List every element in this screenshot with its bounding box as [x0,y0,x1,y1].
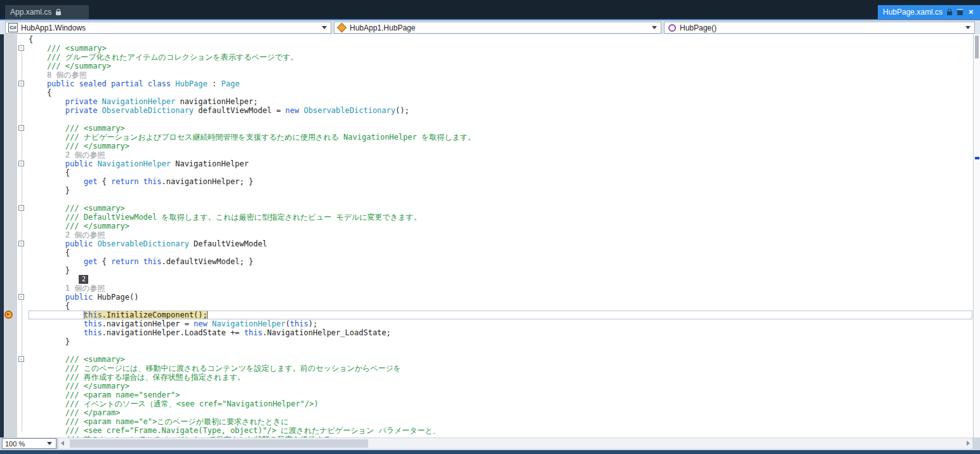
code-line[interactable]: public HubPage() [29,293,972,302]
horizontal-scrollbar[interactable] [58,438,972,449]
code-line[interactable]: { [29,35,972,44]
code-line[interactable]: /// </summary> [29,142,972,150]
chevron-down-icon[interactable] [965,26,970,29]
tab-strip: App.xaml.cs HubPage.xaml.cs × [0,0,980,19]
collapse-box-icon[interactable]: - [18,205,24,211]
code-line[interactable]: this.InitializeComponent(); [29,310,972,319]
code-line[interactable]: /// </summary> [29,222,972,230]
tab-label: App.xaml.cs [10,8,51,17]
code-line[interactable]: public sealed partial class HubPage : Pa… [29,79,972,88]
vertical-scrollbar-thumb[interactable] [975,36,979,58]
zoom-combo[interactable]: 100 % [2,438,56,449]
class-icon [337,23,347,33]
ime-badge: 2 [79,275,88,284]
code-line[interactable]: /// <summary> [29,355,972,364]
collapse-box-icon[interactable]: - [18,356,24,362]
code-line[interactable]: public ObservableDictionary DefaultViewM… [29,239,972,248]
collapse-box-icon[interactable]: - [18,294,24,300]
code-line[interactable]: /// <see cref="Frame.Navigate(Type, obje… [29,426,972,435]
code-line[interactable] [29,195,972,204]
code-lines[interactable]: { /// <summary> /// グループ化されたアイテムのコレクションを… [29,35,972,437]
tab-label: HubPage.xaml.cs [883,8,943,17]
code-line[interactable]: /// </param> [29,408,972,417]
current-statement-highlight: this.InitializeComponent(); [84,310,208,319]
code-line[interactable]: /// グループ化されたアイテムのコレクションを表示するページです。 [29,53,972,62]
code-line[interactable]: this.navigationHelper = new NavigationHe… [29,319,972,328]
collapse-box-icon[interactable]: - [18,81,24,86]
zoom-level-value: 100 % [5,440,25,448]
tab-app-xaml-cs[interactable]: App.xaml.cs [5,5,89,19]
lock-icon [56,11,61,15]
code-line[interactable]: /// </summary> [29,382,972,391]
code-line[interactable]: /// <summary> [29,44,972,53]
collapse-box-icon[interactable]: - [18,241,24,246]
code-line[interactable]: /// <param name="e">このページが最初に要求されたときに [29,417,972,426]
csharp-project-icon: C# [8,23,18,32]
code-line[interactable]: 1 個の参照 [29,284,972,293]
pin-icon[interactable] [957,9,963,15]
code-line[interactable]: /// <param name="sender"> [29,391,972,399]
code-line[interactable]: { [29,88,972,97]
scrollbar-caret-marker [975,157,979,159]
chevron-down-icon[interactable] [47,442,52,445]
code-line[interactable]: 2 個の参照 [29,150,972,159]
code-line[interactable]: public NavigationHelper NavigationHelper [29,159,972,168]
code-line[interactable]: get { return this.defaultViewModel; } [29,257,972,266]
code-line[interactable]: /// <summary> [29,204,972,213]
code-line[interactable]: /// 再作成する場合は、保存状態も指定されます。 [29,373,972,382]
collapse-box-icon[interactable]: - [18,161,24,166]
scroll-left-icon[interactable] [61,441,64,446]
type-combo[interactable]: HubApp1.HubPage [334,22,661,34]
collapse-box-icon[interactable]: - [18,45,24,51]
code-line[interactable] [29,346,972,355]
code-line[interactable]: get { return this.navigationHelper; } [29,177,972,186]
lock-icon [947,11,952,15]
code-line[interactable]: /// このページには、移動中に渡されるコンテンツを設定します。前のセッションか… [29,364,972,373]
vertical-scrollbar[interactable] [973,34,980,437]
project-combo[interactable]: C# HubApp1.Windows [5,22,331,34]
code-line[interactable]: } [29,337,972,346]
code-line[interactable]: /// イベントのソース（通常、<see cref="NavigationHel… [29,399,972,408]
code-line[interactable]: 8 個の参照 [29,70,972,79]
close-icon[interactable]: × [969,9,974,15]
project-combo-value: HubApp1.Windows [21,23,86,32]
code-line[interactable]: } [29,266,972,275]
member-combo[interactable]: HubPage() [664,22,975,34]
tab-hubpage-xaml-cs[interactable]: HubPage.xaml.cs × [878,5,980,19]
breakpoint-margin[interactable] [4,34,17,437]
code-line[interactable]: /// </summary> [29,62,972,70]
current-statement-breakpoint-icon[interactable] [4,310,13,319]
type-combo-value: HubApp1.HubPage [350,23,415,32]
code-line[interactable]: } [29,186,972,195]
code-line[interactable]: this.navigationHelper.LoadState += this.… [29,328,972,337]
member-combo-value: HubPage() [680,23,717,32]
scroll-right-icon[interactable] [967,441,970,446]
code-line[interactable]: /// DefaultViewModel を取得します。これは厳密に型指定された… [29,213,972,222]
navigation-bar: C# HubApp1.Windows HubApp1.HubPage HubPa… [0,19,980,34]
code-line[interactable]: private ObservableDictionary defaultView… [29,106,972,115]
chevron-down-icon[interactable] [652,26,657,29]
code-line[interactable]: /// <summary> [29,124,972,133]
method-icon [668,24,676,32]
horizontal-scrollbar-thumb[interactable] [70,439,368,448]
code-line[interactable] [29,115,972,124]
code-line[interactable]: { [29,168,972,177]
collapse-box-icon[interactable]: - [18,125,24,131]
code-editor[interactable]: { /// <summary> /// グループ化されたアイテムのコレクションを… [0,34,980,437]
code-line[interactable]: { [29,248,972,257]
code-line[interactable]: 2 [29,275,972,284]
code-line[interactable]: 2 個の参照 [29,230,972,239]
code-line[interactable]: /// ナビゲーションおよびプロセス継続時間管理を支援するために使用される Na… [29,133,972,142]
outlining-margin[interactable] [17,34,29,437]
bottom-bar: 100 % [0,437,980,450]
status-strip [0,450,980,454]
chevron-down-icon[interactable] [322,26,327,29]
code-line[interactable]: private NavigationHelper navigationHelpe… [29,97,972,106]
code-line[interactable]: { [29,302,972,310]
